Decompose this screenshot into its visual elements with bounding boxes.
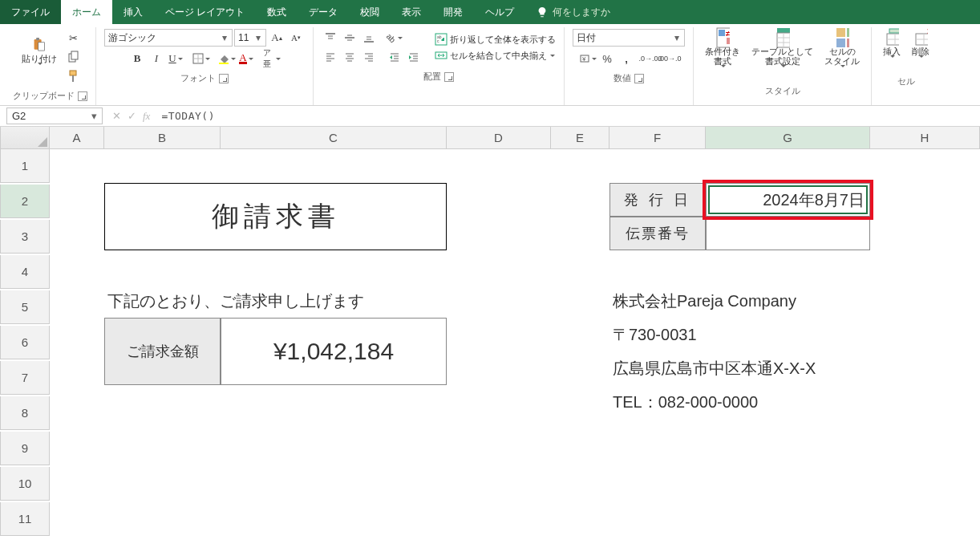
group-styles: ≠ 条件付き 書式 テーブルとして 書式設定 セルの スタイル スタイル xyxy=(694,27,872,105)
underline-button[interactable]: U xyxy=(167,50,184,67)
accounting-icon: ¥ xyxy=(579,53,590,64)
align-bottom-button[interactable] xyxy=(360,29,378,47)
tab-home[interactable]: ホーム xyxy=(61,0,112,24)
worksheet-grid[interactable]: A B C D E F G H 1 2 3 4 5 6 7 8 9 10 11 … xyxy=(0,127,980,536)
font-dialog-launcher[interactable] xyxy=(219,74,229,83)
decrease-font-button[interactable]: A▾ xyxy=(287,29,305,47)
align-middle-button[interactable] xyxy=(341,29,358,47)
merge-center-label: セルを結合して中央揃え xyxy=(450,50,547,62)
column-header-G[interactable]: G xyxy=(706,127,870,149)
format-as-table-button[interactable]: テーブルとして 書式設定 xyxy=(748,29,816,80)
formula-input[interactable] xyxy=(156,106,980,126)
clipboard-dialog-launcher[interactable] xyxy=(78,91,87,101)
copy-button[interactable] xyxy=(65,48,83,66)
alignment-dialog-launcher[interactable] xyxy=(444,72,454,82)
tab-page-layout[interactable]: ページ レイアウト xyxy=(154,0,256,24)
insert-cells-button[interactable]: 挿入 xyxy=(880,29,904,71)
accounting-format-button[interactable]: ¥ xyxy=(579,50,597,67)
fill-color-button[interactable] xyxy=(218,50,236,67)
row-header-4[interactable]: 4 xyxy=(0,255,50,289)
wrap-text-button[interactable]: abc 折り返して全体を表示する xyxy=(434,32,556,47)
enter-formula-button[interactable]: ✓ xyxy=(128,110,136,122)
chevron-down-icon xyxy=(839,67,845,79)
group-clipboard-label: クリップボード xyxy=(13,90,75,102)
align-top-button[interactable] xyxy=(322,29,339,47)
row-header-7[interactable]: 7 xyxy=(0,361,50,395)
tab-review[interactable]: 校閲 xyxy=(349,0,391,24)
tell-me-label: 何をしますか xyxy=(553,6,610,19)
column-headers: A B C D E F G H xyxy=(0,127,980,149)
fx-icon[interactable]: fx xyxy=(143,110,150,123)
column-header-E[interactable]: E xyxy=(551,127,609,149)
row-header-8[interactable]: 8 xyxy=(0,396,50,430)
align-right-button[interactable] xyxy=(360,48,378,66)
increase-decimal-button[interactable]: .0→.00 xyxy=(642,50,659,67)
column-header-H[interactable]: H xyxy=(870,127,980,149)
cut-button[interactable]: ✂ xyxy=(65,29,83,47)
row-header-6[interactable]: 6 xyxy=(0,326,50,359)
column-header-B[interactable]: B xyxy=(104,127,221,149)
svg-rect-47 xyxy=(719,30,725,36)
format-as-table-label: テーブルとして 書式設定 xyxy=(751,47,813,66)
group-styles-label: スタイル xyxy=(765,85,800,97)
italic-button[interactable]: I xyxy=(148,50,165,67)
bold-button[interactable]: B xyxy=(128,50,146,67)
row-header-9[interactable]: 9 xyxy=(0,432,50,465)
wrap-text-icon: abc xyxy=(434,32,448,47)
row-header-5[interactable]: 5 xyxy=(0,290,50,324)
increase-font-button[interactable]: A▴ xyxy=(268,29,285,47)
font-size-combo[interactable]: 11 ▾ xyxy=(234,29,266,47)
format-painter-button[interactable] xyxy=(65,67,83,85)
paste-button[interactable]: 貼り付け xyxy=(18,36,60,78)
tab-formulas[interactable]: 数式 xyxy=(256,0,298,24)
delete-cells-icon xyxy=(913,30,928,45)
orientation-button[interactable]: ab xyxy=(386,29,403,47)
decrease-decimal-button[interactable]: .00→.0 xyxy=(661,50,678,67)
row-header-10[interactable]: 10 xyxy=(0,467,50,501)
font-name-combo[interactable]: 游ゴシック ▾ xyxy=(104,29,233,47)
font-color-icon: A xyxy=(239,54,246,64)
tell-me[interactable]: 何をしますか xyxy=(525,0,622,24)
align-left-button[interactable] xyxy=(322,48,339,66)
decrease-indent-button[interactable] xyxy=(386,48,403,66)
select-all-button[interactable] xyxy=(0,127,50,149)
group-alignment: ab abc 折り返して全体を表示する xyxy=(314,27,565,105)
chevron-down-icon: ▾ xyxy=(91,110,97,122)
column-header-A[interactable]: A xyxy=(50,127,104,149)
percent-style-button[interactable]: % xyxy=(598,50,616,67)
group-font: 游ゴシック ▾ 11 ▾ A▴ A▾ B I U xyxy=(96,27,314,105)
column-header-D[interactable]: D xyxy=(447,127,551,149)
svg-text:¥: ¥ xyxy=(581,55,586,63)
chevron-down-icon xyxy=(917,58,924,69)
chevron-down-icon xyxy=(719,67,726,79)
delete-cells-button[interactable]: 削除 xyxy=(909,29,933,71)
align-center-button[interactable] xyxy=(341,48,358,66)
tab-data[interactable]: データ xyxy=(298,0,349,24)
column-header-C[interactable]: C xyxy=(221,127,447,149)
phonetic-button[interactable]: ア亜 xyxy=(263,50,281,67)
name-box[interactable]: G2 ▾ xyxy=(6,108,103,124)
number-dialog-launcher[interactable] xyxy=(634,74,644,83)
tab-help[interactable]: ヘルプ xyxy=(474,0,525,24)
font-color-button[interactable]: A xyxy=(237,50,255,67)
cancel-formula-button[interactable]: ✕ xyxy=(112,110,121,122)
tab-view[interactable]: 表示 xyxy=(391,0,432,24)
tab-developer[interactable]: 開発 xyxy=(432,0,474,24)
cell-styles-button[interactable]: セルの スタイル xyxy=(821,29,863,80)
tab-file[interactable]: ファイル xyxy=(0,0,61,24)
row-header-2[interactable]: 2 xyxy=(0,185,50,218)
tab-insert[interactable]: 挿入 xyxy=(112,0,154,24)
cells-area[interactable]: 御請求書 発 行 日 伝票番号 2024年8月7日 下記のとおり、ご請求申し上げ… xyxy=(50,149,980,520)
borders-button[interactable] xyxy=(192,50,210,67)
number-format-combo[interactable]: 日付 ▾ xyxy=(573,29,685,47)
svg-rect-1 xyxy=(36,38,39,40)
increase-indent-button[interactable] xyxy=(405,48,423,66)
merge-center-button[interactable]: セルを結合して中央揃え xyxy=(434,48,556,63)
conditional-formatting-button[interactable]: ≠ 条件付き 書式 xyxy=(702,29,743,80)
row-header-11[interactable]: 11 xyxy=(0,502,50,536)
comma-style-button[interactable]: , xyxy=(618,50,635,67)
group-number-label: 数値 xyxy=(614,72,631,84)
column-header-F[interactable]: F xyxy=(609,127,706,149)
row-header-3[interactable]: 3 xyxy=(0,220,50,254)
row-header-1[interactable]: 1 xyxy=(0,149,50,183)
